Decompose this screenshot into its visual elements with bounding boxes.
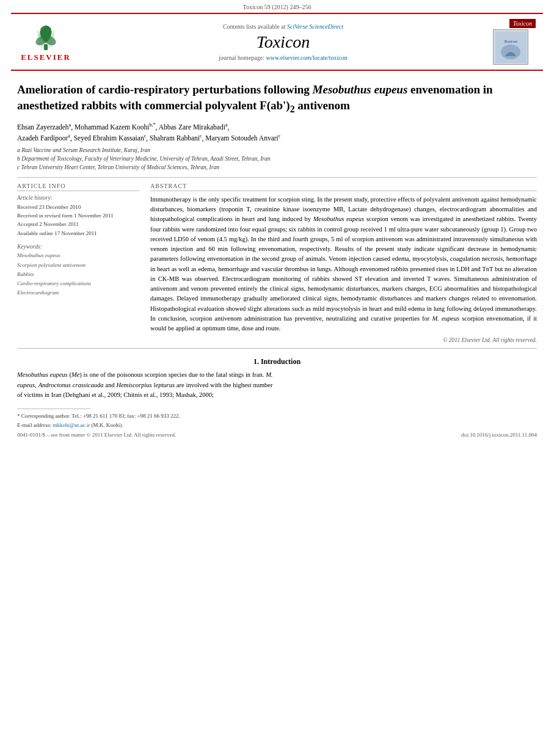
svg-text:Toxicon: Toxicon (504, 39, 517, 44)
bottom-footer: 0041-0101/$ – see front matter © 2011 El… (17, 432, 537, 438)
email-link[interactable]: mkkohi@ut.ac.ir (53, 422, 90, 428)
two-column-section: ARTICLE INFO Article history: Received 2… (17, 183, 537, 344)
journal-homepage: journal homepage: www.elsevier.com/locat… (73, 54, 493, 61)
authors-section: Ehsan Zayerzadeha, Mohammad Kazem Koohib… (17, 122, 537, 144)
keyword-1-text: Mesobuthus eupeus (17, 252, 60, 258)
available-date: Available online 17 November 2011 (17, 229, 139, 238)
received-date: Received 23 December 2010 (17, 203, 139, 211)
journal-title: Toxicon (73, 32, 493, 52)
corresponding-note: * Corresponding author. Tel.: +98 21 611… (17, 412, 537, 420)
accepted-date: Accepted 2 November 2011 (17, 220, 139, 228)
article-title: Amelioration of cardio-respiratory pertu… (17, 82, 537, 115)
keyword-1: Mesobuthus eupeus (17, 251, 139, 260)
introduction-section: 1. Introduction Mesobuthus eupeus (Me) i… (17, 357, 537, 400)
toxicon-cover-icon: Toxicon (494, 31, 528, 64)
page: Toxicon 59 (2012) 249–256 ELSEVIER Cont (0, 0, 554, 756)
toxicon-badge-label: Toxicon (509, 19, 536, 28)
elsevier-logo: ELSEVIER (18, 22, 73, 62)
article-info-heading: ARTICLE INFO (17, 183, 139, 191)
email-note: E-mail address: mkkohi@ut.ac.ir (M.K. Ko… (17, 421, 537, 429)
intro-text-left: Mesobuthus eupeus (Me) is one of the poi… (17, 370, 273, 400)
keyword-3: Rabbits (17, 270, 139, 279)
footnote-divider (17, 409, 90, 409)
abstract-heading: ABSTRACT (150, 183, 537, 191)
keywords-label: Keywords: (17, 244, 139, 250)
toxicon-badge-image: Toxicon (493, 29, 528, 65)
keyword-2: Scorpion polyvalent antivenom (17, 261, 139, 270)
citation-text: Toxicon 59 (2012) 249–256 (243, 4, 312, 10)
intro-col-left: Mesobuthus eupeus (Me) is one of the poi… (17, 370, 273, 400)
revised-date: Received in revised form 1 November 2011 (17, 211, 139, 220)
authors-line1: Ehsan Zayerzadeha, Mohammad Kazem Koohib… (17, 122, 537, 133)
intro-num: 1. (253, 357, 259, 366)
article-title-italic: Mesobuthus eupeus (313, 83, 408, 96)
affiliation-a: a Razi Vaccine and Serum Research Instit… (17, 146, 537, 154)
article-history-label: Article history: (17, 195, 139, 201)
citation-bar: Toxicon 59 (2012) 249–256 (0, 0, 554, 13)
affiliations: a Razi Vaccine and Serum Research Instit… (17, 146, 537, 172)
sciverse-link[interactable]: SciVerse ScienceDirect (287, 23, 343, 30)
sciverse-prefix: Contents lists available at (223, 23, 285, 30)
article-title-plain: Amelioration of cardio-respiratory pertu… (17, 83, 313, 96)
footer-doi: doi:10.1016/j.toxicon.2011.11.004 (461, 432, 537, 438)
elsevier-tree-icon (27, 22, 64, 51)
intro-title: Introduction (261, 357, 301, 366)
article-info-column: ARTICLE INFO Article history: Received 2… (17, 183, 139, 344)
abstract-column: ABSTRACT Immunotherapy is the only speci… (150, 183, 537, 344)
authors-line2: Azadeh Fardipoora, Seyed Ebrahim Kassaia… (17, 133, 537, 144)
copyright-text: © 2011 Elsevier Ltd. All rights reserved… (150, 337, 537, 343)
journal-header: ELSEVIER Contents lists available at Sci… (11, 13, 543, 71)
intro-divider (17, 348, 537, 349)
keyword-5: Electrocardiogram (17, 288, 139, 297)
footer-copyright: 0041-0101/$ – see front matter © 2011 El… (17, 432, 176, 438)
toxicon-badge: Toxicon Toxicon (493, 19, 536, 65)
section-divider (17, 177, 537, 178)
elsevier-wordmark: ELSEVIER (21, 53, 71, 62)
intro-col-right (282, 370, 538, 400)
affiliation-b: b Department of Toxicology, Faculty of V… (17, 154, 537, 163)
article-title-section: Amelioration of cardio-respiratory pertu… (17, 82, 537, 115)
homepage-link[interactable]: www.elsevier.com/locate/toxicon (266, 54, 348, 61)
sciverse-line: Contents lists available at SciVerse Sci… (73, 23, 493, 30)
footnotes: * Corresponding author. Tel.: +98 21 611… (17, 412, 537, 429)
journal-center: Contents lists available at SciVerse Sci… (73, 23, 493, 61)
affiliation-c: c Tehran University Heart Center, Tehran… (17, 163, 537, 172)
abstract-text: Immunotherapy is the only specific treat… (150, 195, 537, 334)
keyword-4: Cardio-respiratory complications (17, 279, 139, 288)
intro-two-col: Mesobuthus eupeus (Me) is one of the poi… (17, 370, 537, 400)
intro-heading: 1. Introduction (17, 357, 537, 366)
